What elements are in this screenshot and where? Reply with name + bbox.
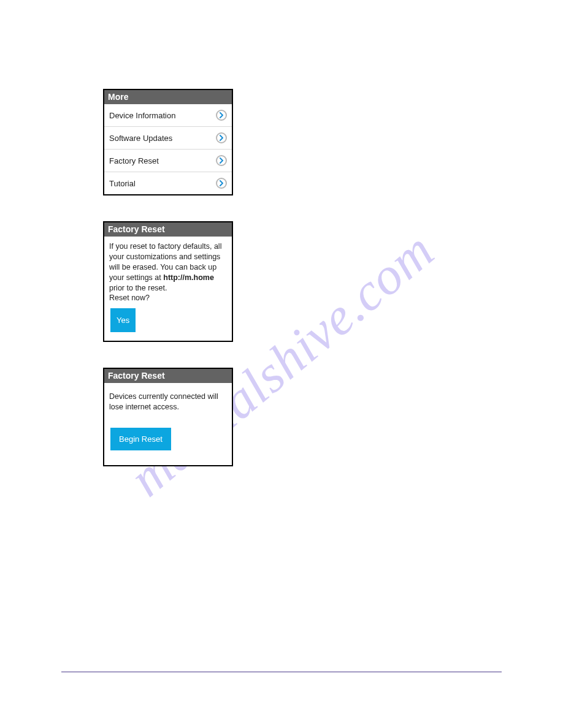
begin-body-text: Devices currently connected will lose in… <box>109 392 218 411</box>
factory-reset-begin-panel: Factory Reset Devices currently connecte… <box>103 368 233 466</box>
factory-reset-confirm-body: If you reset to factory defaults, all yo… <box>104 237 232 341</box>
reset-body-url: http://m.home <box>163 273 214 282</box>
reset-body-text-3: Reset now? <box>109 294 150 302</box>
more-panel-title: More <box>104 90 232 104</box>
factory-reset-confirm-panel: Factory Reset If you reset to factory de… <box>103 221 233 342</box>
page-content: More Device Information Software Updates… <box>103 89 471 492</box>
list-item-factory-reset[interactable]: Factory Reset <box>104 150 232 172</box>
factory-reset-begin-title: Factory Reset <box>104 369 232 383</box>
chevron-right-icon <box>216 132 227 143</box>
footer-divider <box>61 672 502 672</box>
factory-reset-begin-body: Devices currently connected will lose in… <box>104 383 232 465</box>
more-panel: More Device Information Software Updates… <box>103 89 233 195</box>
list-item-label: Factory Reset <box>109 156 159 165</box>
list-item-label: Tutorial <box>109 179 136 188</box>
yes-button[interactable]: Yes <box>110 308 136 332</box>
list-item-device-information[interactable]: Device Information <box>104 104 232 127</box>
reset-body-text-2: prior to the reset. <box>109 284 167 292</box>
begin-reset-button[interactable]: Begin Reset <box>110 428 171 450</box>
chevron-right-icon <box>216 155 227 166</box>
chevron-right-icon <box>216 178 227 189</box>
list-item-tutorial[interactable]: Tutorial <box>104 172 232 194</box>
factory-reset-confirm-title: Factory Reset <box>104 222 232 237</box>
chevron-right-icon <box>216 110 227 121</box>
list-item-label: Device Information <box>109 111 175 120</box>
list-item-label: Software Updates <box>109 134 172 143</box>
list-item-software-updates[interactable]: Software Updates <box>104 127 232 150</box>
